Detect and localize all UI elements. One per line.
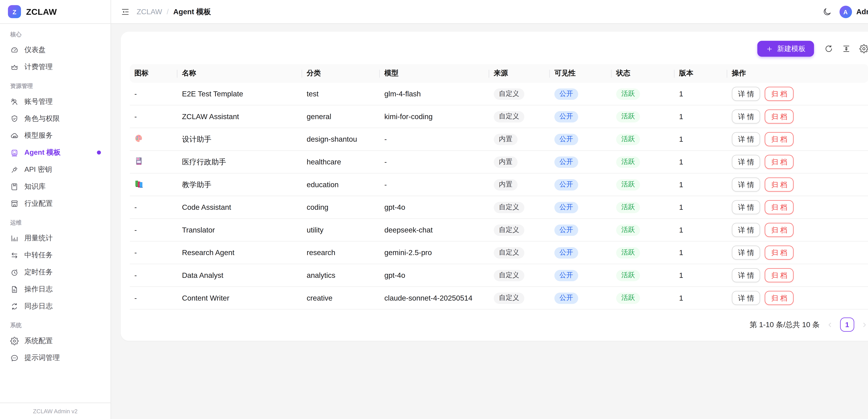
sidebar-collapse-button[interactable]: [121, 7, 130, 16]
new-template-button[interactable]: 新建模板: [757, 41, 814, 57]
plug-icon: [10, 165, 19, 174]
cell-version: 1: [679, 248, 683, 257]
archive-button[interactable]: 归 档: [765, 200, 794, 214]
row-actions: 详 情 归 档: [732, 155, 864, 169]
table-row: -Research Agentresearchgemini-2.5-pro自定义…: [130, 242, 868, 264]
status-badge: 活跃: [616, 88, 640, 99]
sidebar-item-agent-templates[interactable]: Agent 模板: [7, 144, 104, 161]
cell-name: ZCLAW Assistant: [182, 112, 239, 121]
cell-name: E2E Test Template: [182, 90, 243, 98]
cell-name: Translator: [182, 226, 215, 234]
swap-icon: [10, 251, 19, 260]
archive-button[interactable]: 归 档: [765, 245, 794, 260]
cell-version: 1: [679, 112, 683, 121]
sidebar-item-label: 提示词管理: [24, 353, 60, 363]
status-badge: 活跃: [616, 111, 640, 122]
plus-icon: [766, 45, 773, 53]
refresh-button[interactable]: [824, 44, 833, 53]
cell-category: general: [307, 112, 332, 121]
pagination-summary: 第 1-10 条/总共 10 条: [750, 320, 819, 330]
status-badge: 活跃: [616, 292, 640, 303]
details-button[interactable]: 详 情: [732, 155, 761, 169]
cell-model: gpt-4o: [384, 271, 405, 279]
message-dots-icon: [10, 354, 19, 362]
sidebar-item-label: 模型服务: [24, 131, 53, 141]
details-button[interactable]: 详 情: [732, 177, 761, 192]
sidebar-item-usage-stats[interactable]: 用量统计: [7, 230, 104, 246]
menu-fold-icon: [121, 7, 130, 16]
archive-button[interactable]: 归 档: [765, 268, 794, 282]
sidebar-item-accounts[interactable]: 账号管理: [7, 93, 104, 110]
chevron-right-icon: [861, 321, 868, 329]
sidebar-item-label: 计费管理: [24, 62, 53, 72]
archive-button[interactable]: 归 档: [765, 87, 794, 101]
source-badge: 自定义: [494, 247, 524, 258]
details-button[interactable]: 详 情: [732, 291, 761, 305]
archive-button[interactable]: 归 档: [765, 177, 794, 192]
archive-button[interactable]: 归 档: [765, 110, 794, 124]
sidebar-item-roles-permissions[interactable]: 角色与权限: [7, 110, 104, 127]
details-button[interactable]: 详 情: [732, 87, 761, 101]
row-actions: 详 情 归 档: [732, 110, 864, 124]
sidebar-item-operation-logs[interactable]: 操作日志: [7, 280, 104, 298]
visibility-badge: 公开: [554, 270, 578, 281]
cloud-server-icon: [10, 131, 19, 140]
sidebar-item-model-services[interactable]: 模型服务: [7, 127, 104, 144]
template-icon-placeholder: -: [134, 294, 137, 302]
cell-name: Data Analyst: [182, 271, 223, 279]
column-header-visibility: 可见性: [550, 64, 612, 83]
archive-button[interactable]: 归 档: [765, 155, 794, 169]
details-button[interactable]: 详 情: [732, 223, 761, 237]
column-header-category: 分类: [302, 64, 380, 83]
source-badge: 自定义: [494, 270, 524, 281]
visibility-badge: 公开: [554, 133, 578, 145]
theme-toggle-button[interactable]: [822, 7, 831, 16]
gear-icon: [859, 44, 868, 53]
sidebar-item-label: Agent 模板: [24, 148, 61, 157]
sidebar-item-sync-logs[interactable]: 同步日志: [7, 298, 104, 315]
sidebar-item-relay-tasks[interactable]: 中转任务: [7, 246, 104, 264]
brand-name: ZCLAW: [26, 7, 57, 17]
sidebar-item-system-config[interactable]: 系统配置: [7, 332, 104, 349]
topbar: ZCLAW / Agent 模板 A Admin: [111, 0, 868, 24]
sidebar-item-billing[interactable]: 计费管理: [7, 58, 104, 76]
sidebar-item-prompt-management[interactable]: 提示词管理: [7, 349, 104, 366]
store-icon: [10, 199, 19, 208]
cell-version: 1: [679, 203, 683, 211]
cell-category: test: [307, 90, 318, 98]
cell-version: 1: [679, 294, 683, 302]
details-button[interactable]: 详 情: [732, 200, 761, 214]
sidebar-item-dashboard[interactable]: 仪表盘: [7, 41, 104, 58]
cell-category: healthcare: [307, 158, 341, 166]
cell-model: gemini-2.5-pro: [384, 248, 432, 257]
brand: Z ZCLAW: [0, 0, 111, 24]
density-button[interactable]: [842, 44, 851, 53]
sidebar-item-api-keys[interactable]: API 密钥: [7, 161, 104, 178]
page-1-button[interactable]: 1: [840, 318, 854, 332]
next-page-button[interactable]: [861, 321, 868, 329]
prev-page-button[interactable]: [826, 321, 834, 329]
details-button[interactable]: 详 情: [732, 245, 761, 260]
templates-card: 新建模板 图标名称分类模型来源可见性状态版本操作 -E2E Test Templ…: [121, 32, 868, 341]
source-badge: 内置: [494, 179, 518, 190]
details-button[interactable]: 详 情: [732, 132, 761, 146]
sidebar-item-scheduled-tasks[interactable]: 定时任务: [7, 264, 104, 280]
app: Z ZCLAW 核心 仪表盘 计费管理 资源管理 账号管理: [0, 0, 868, 419]
table-settings-button[interactable]: [859, 44, 868, 53]
archive-button[interactable]: 归 档: [765, 223, 794, 237]
cell-name: 设计助手: [182, 135, 212, 143]
user-menu[interactable]: A Admin: [839, 5, 868, 18]
archive-button[interactable]: 归 档: [765, 132, 794, 146]
archive-button[interactable]: 归 档: [765, 291, 794, 305]
details-button[interactable]: 详 情: [732, 268, 761, 282]
sidebar-item-industry-config[interactable]: 行业配置: [7, 195, 104, 212]
template-icon-placeholder: -: [134, 271, 137, 279]
template-icon-placeholder: -: [134, 226, 137, 234]
book-icon: [10, 182, 19, 191]
source-badge: 自定义: [494, 88, 524, 99]
sidebar-item-label: 系统配置: [24, 336, 53, 346]
details-button[interactable]: 详 情: [732, 110, 761, 124]
sidebar-item-knowledge-base[interactable]: 知识库: [7, 178, 104, 195]
breadcrumb-root[interactable]: ZCLAW: [136, 7, 162, 16]
source-badge: 自定义: [494, 224, 524, 236]
